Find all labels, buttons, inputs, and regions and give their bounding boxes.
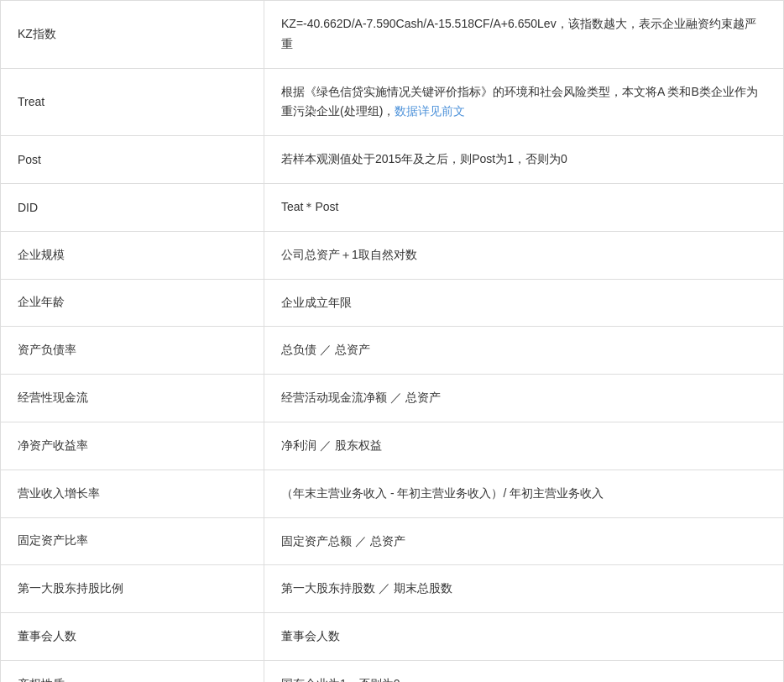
term-cell: DID [1, 183, 264, 231]
term-cell: KZ指数 [1, 1, 264, 69]
table-row: 企业规模公司总资产＋1取自然对数 [1, 231, 784, 279]
definition-text: 根据《绿色信贷实施情况关键评价指标》的环境和社会风险类型，本文将A 类和B类企业… [281, 85, 758, 118]
table-row: 净资产收益率净利润 ／ 股东权益 [1, 422, 784, 470]
table-row: 经营性现金流经营活动现金流净额 ／ 总资产 [1, 375, 784, 422]
definition-cell: 经营活动现金流净额 ／ 总资产 [264, 375, 784, 422]
table-row: Post若样本观测值处于2015年及之后，则Post为1，否则为0 [1, 136, 784, 184]
table-row: Treat根据《绿色信贷实施情况关键评价指标》的环境和社会风险类型，本文将A 类… [1, 68, 784, 136]
definition-cell: （年末主营业务收入 - 年初主营业务收入）/ 年初主营业务收入 [264, 470, 784, 517]
term-cell: 资产负债率 [1, 327, 264, 375]
definition-cell: 固定资产总额 ／ 总资产 [264, 517, 784, 565]
table-row: 企业年龄企业成立年限 [1, 279, 784, 327]
definition-cell: KZ=-40.662D/A-7.590Cash/A-15.518CF/A+6.6… [264, 1, 784, 69]
definition-cell: 第一大股东持股数 ／ 期末总股数 [264, 565, 784, 613]
definition-cell: 净利润 ／ 股东权益 [264, 422, 784, 470]
definition-cell: 国有企业为1，否则为0 [264, 660, 784, 682]
term-cell: 企业年龄 [1, 279, 264, 327]
term-cell: 营业收入增长率 [1, 470, 264, 517]
table-row: 董事会人数董事会人数 [1, 613, 784, 661]
term-cell: 固定资产比率 [1, 517, 264, 565]
term-cell: Post [1, 136, 264, 184]
data-reference-link[interactable]: 数据详见前文 [395, 104, 465, 118]
table-row: 营业收入增长率（年末主营业务收入 - 年初主营业务收入）/ 年初主营业务收入 [1, 470, 784, 517]
term-cell: 第一大股东持股比例 [1, 565, 264, 613]
definition-cell: 总负债 ／ 总资产 [264, 327, 784, 375]
table-row: 固定资产比率固定资产总额 ／ 总资产 [1, 517, 784, 565]
table-row: DIDTeat＊Post [1, 183, 784, 231]
definition-cell: 根据《绿色信贷实施情况关键评价指标》的环境和社会风险类型，本文将A 类和B类企业… [264, 68, 784, 136]
term-cell: 净资产收益率 [1, 422, 264, 470]
table-row: 第一大股东持股比例第一大股东持股数 ／ 期末总股数 [1, 565, 784, 613]
definition-cell: 企业成立年限 [264, 279, 784, 327]
term-cell: 产权性质 [1, 660, 264, 682]
term-cell: 董事会人数 [1, 613, 264, 661]
table-row: 产权性质国有企业为1，否则为0 [1, 660, 784, 682]
definition-cell: 若样本观测值处于2015年及之后，则Post为1，否则为0 [264, 136, 784, 184]
table-row: KZ指数KZ=-40.662D/A-7.590Cash/A-15.518CF/A… [1, 1, 784, 69]
term-cell: Treat [1, 68, 264, 136]
term-cell: 经营性现金流 [1, 375, 264, 422]
definition-cell: Teat＊Post [264, 183, 784, 231]
main-table: KZ指数KZ=-40.662D/A-7.590Cash/A-15.518CF/A… [0, 0, 784, 682]
term-cell: 企业规模 [1, 231, 264, 279]
definition-cell: 董事会人数 [264, 613, 784, 661]
table-row: 资产负债率总负债 ／ 总资产 [1, 327, 784, 375]
definition-cell: 公司总资产＋1取自然对数 [264, 231, 784, 279]
